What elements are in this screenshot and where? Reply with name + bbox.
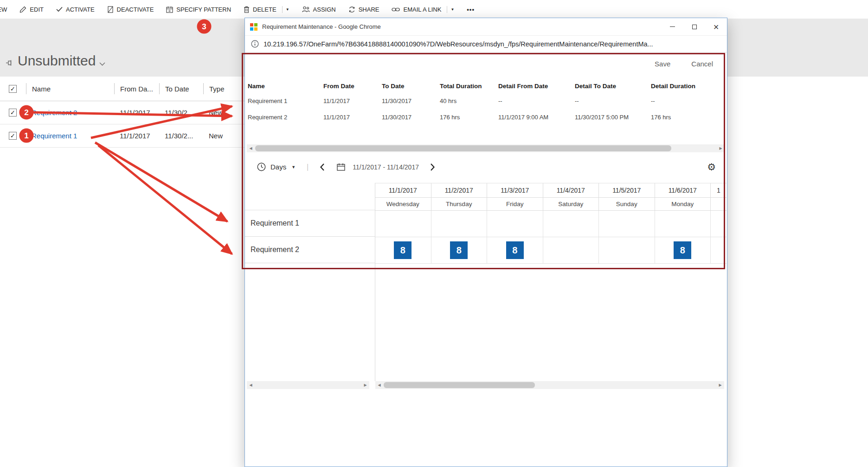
records-list: ✓ Name From Da... To Date Type ✓ Require…: [0, 77, 244, 148]
annotation-arrow: [98, 145, 232, 254]
column-header-from-date[interactable]: From Da...: [114, 83, 159, 94]
pin-icon[interactable]: [6, 59, 14, 66]
delete-label: DELETE: [253, 6, 276, 13]
view-title[interactable]: Unsubmitted: [18, 53, 96, 69]
schedule-cell[interactable]: 8: [375, 237, 431, 264]
delete-dropdown-caret-icon[interactable]: ▼: [286, 7, 289, 12]
next-period-button[interactable]: [430, 163, 435, 171]
specify-pattern-button[interactable]: SPECIFY PATTERN: [166, 6, 231, 13]
maintenance-cell: Requirement 1: [248, 97, 323, 104]
schedule-cell[interactable]: 8: [655, 237, 711, 264]
deactivate-button[interactable]: DEACTIVATE: [107, 6, 154, 13]
select-all-cell: ✓: [0, 85, 26, 93]
deactivate-label: DEACTIVATE: [117, 6, 154, 13]
activate-check-icon: [56, 6, 63, 12]
delete-button[interactable]: DELETE ▼: [244, 6, 289, 13]
schedule-cell[interactable]: [710, 237, 727, 264]
more-commands-button[interactable]: •••: [467, 6, 475, 13]
mode-caret-icon[interactable]: ▼: [291, 165, 296, 169]
maintenance-row[interactable]: Requirement 111/1/201711/30/201740 hrs--…: [248, 93, 726, 109]
day-header: Thursday: [431, 198, 487, 211]
close-icon: ×: [714, 22, 719, 32]
table-column-header: Total Duration: [440, 83, 498, 90]
new-button[interactable]: NEW: [0, 6, 7, 13]
settings-gear-icon[interactable]: ⚙: [707, 162, 716, 173]
scheduler-corner: [245, 183, 375, 210]
from-date-cell: 11/1/2017: [114, 132, 159, 140]
email-a-link-button[interactable]: EMAIL A LINK ▼: [392, 6, 454, 13]
hours-badge[interactable]: 8: [506, 241, 524, 259]
scheduler-dates-row: 11/1/201711/2/201711/3/201711/4/201711/5…: [375, 183, 727, 198]
list-item[interactable]: ✓ Requirement 1 11/1/2017 11/30/2... New: [0, 124, 244, 148]
row-checkbox[interactable]: ✓: [9, 132, 17, 140]
save-button[interactable]: Save: [655, 60, 670, 68]
hours-badge[interactable]: 8: [674, 241, 691, 259]
record-link[interactable]: Requirement 1: [32, 132, 77, 140]
schedule-cell[interactable]: [543, 237, 599, 264]
scrollbar-thumb[interactable]: [255, 145, 671, 151]
list-item[interactable]: ✓ Requirement 2 11/1/2017 11/30/2... New: [0, 101, 244, 124]
info-icon[interactable]: [251, 40, 259, 48]
schedule-cell[interactable]: [487, 211, 543, 237]
edit-button[interactable]: EDIT: [19, 6, 44, 13]
schedule-cell[interactable]: 8: [487, 237, 543, 264]
date-header: 11/2/2017: [431, 183, 487, 198]
scroll-right-icon[interactable]: ▶: [717, 144, 725, 152]
scroll-right-icon[interactable]: ▶: [361, 381, 369, 389]
maintenance-cell: 176 hrs: [440, 114, 498, 121]
share-label: SHARE: [359, 6, 379, 13]
app-favicon-icon: [250, 23, 257, 31]
scheduler-row-label: Requirement 2: [245, 237, 375, 263]
schedule-cell[interactable]: [598, 211, 655, 237]
scroll-right-icon[interactable]: ▶: [716, 381, 724, 389]
email-dropdown-caret-icon[interactable]: ▼: [450, 7, 454, 12]
schedule-cell[interactable]: 8: [431, 237, 487, 264]
share-button[interactable]: SHARE: [348, 6, 379, 13]
maintenance-cell: 11/1/2017: [323, 114, 382, 121]
maintenance-row[interactable]: Requirement 211/1/201711/30/2017176 hrs1…: [248, 109, 726, 125]
maintenance-cell: 176 hrs: [651, 114, 726, 121]
schedule-cell[interactable]: [710, 211, 727, 237]
window-titlebar[interactable]: Requirement Maintenance - Google Chrome …: [245, 18, 727, 35]
url-bar[interactable]: 10.219.196.57/OneFarm/%7B636418888140001…: [245, 35, 727, 52]
clock-icon: [257, 162, 266, 171]
hours-badge[interactable]: 8: [450, 241, 468, 259]
select-all-checkbox[interactable]: ✓: [9, 85, 17, 93]
left-panel-scrollbar[interactable]: ◀ ▶: [247, 381, 369, 389]
schedule-cell[interactable]: [598, 237, 655, 264]
cancel-button[interactable]: Cancel: [691, 60, 713, 68]
date-range[interactable]: 11/1/2017 - 11/14/2017: [353, 163, 419, 171]
column-header-to-date[interactable]: To Date: [159, 83, 203, 94]
date-header: 11/4/2017: [543, 183, 599, 198]
previous-period-button[interactable]: [320, 163, 325, 171]
column-header-name[interactable]: Name: [26, 83, 114, 94]
window-controls: ×: [662, 18, 727, 35]
view-mode-dropdown[interactable]: Days: [270, 163, 286, 171]
scroll-left-icon[interactable]: ◀: [247, 381, 255, 389]
activate-button[interactable]: ACTIVATE: [56, 6, 95, 13]
column-header-type[interactable]: Type: [203, 83, 244, 94]
maximize-button[interactable]: [683, 18, 705, 35]
schedule-cell[interactable]: [655, 211, 711, 237]
edit-label: EDIT: [30, 6, 44, 13]
assign-button[interactable]: ASSIGN: [302, 6, 336, 13]
close-button[interactable]: ×: [705, 18, 727, 35]
schedule-cell[interactable]: [431, 211, 487, 237]
schedule-cell[interactable]: [375, 211, 431, 237]
record-link[interactable]: Requirement 2: [32, 109, 77, 117]
grid-scrollbar[interactable]: ◀ ▶: [375, 381, 724, 389]
hours-badge[interactable]: 8: [394, 241, 411, 259]
minimize-button[interactable]: [662, 18, 683, 35]
table-horizontal-scrollbar[interactable]: ◀ ▶: [247, 144, 725, 152]
view-selector-chevron-icon[interactable]: [99, 62, 105, 66]
row-checkbox[interactable]: ✓: [9, 109, 17, 117]
type-cell: New: [203, 109, 244, 117]
scroll-left-icon[interactable]: ◀: [247, 144, 255, 152]
scroll-left-icon[interactable]: ◀: [375, 381, 383, 389]
scrollbar-thumb[interactable]: [384, 382, 535, 388]
email-a-link-label: EMAIL A LINK: [403, 6, 441, 13]
calendar-icon[interactable]: [337, 163, 345, 171]
maintenance-cell: 11/30/2017: [382, 114, 440, 121]
scheduler-row: [375, 211, 727, 237]
schedule-cell[interactable]: [543, 211, 599, 237]
